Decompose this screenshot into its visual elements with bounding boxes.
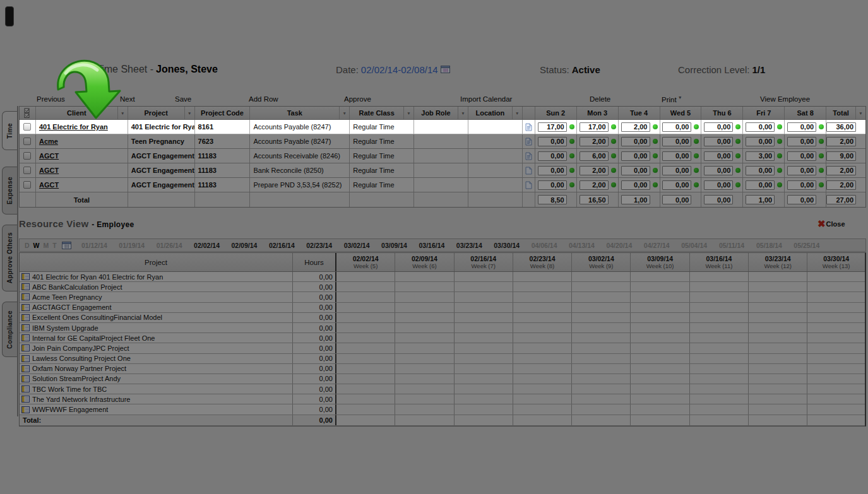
date-strip-item[interactable]: 02/16/14 — [263, 242, 300, 249]
resource-row[interactable]: IBM System Upgrade0,00 — [20, 323, 865, 333]
date-value[interactable]: 02/02/14-02/08/14 — [361, 64, 438, 75]
day-hours-input[interactable]: 0,00 — [662, 166, 691, 175]
save-button[interactable]: Save — [175, 95, 191, 103]
note-icon[interactable] — [525, 123, 532, 131]
tab-expense[interactable]: Expense — [2, 167, 17, 215]
day-hours-input[interactable]: 0,00 — [704, 137, 733, 146]
resource-row[interactable]: Solution StreamProject Andy0,00 — [20, 374, 865, 384]
row-checkbox[interactable] — [23, 167, 31, 174]
resource-row[interactable]: 401 Electric for Ryan 401 Electric for R… — [20, 272, 865, 282]
day-hours-input[interactable]: 0,00 — [538, 137, 567, 146]
day-hours-input[interactable]: 2,00 — [621, 122, 650, 132]
calendar-icon[interactable] — [441, 64, 450, 75]
date-strip-item[interactable]: 04/20/14 — [600, 242, 638, 249]
day-hours-input[interactable]: 17,00 — [538, 122, 567, 132]
day-hours-input[interactable]: 6,00 — [580, 151, 609, 161]
client-link[interactable]: 401 Electric for Ryan — [39, 123, 108, 131]
day-hours-input[interactable]: 0,00 — [662, 180, 691, 190]
note-icon[interactable] — [525, 138, 532, 146]
filter-icon[interactable]: ▼ — [855, 107, 865, 119]
delete-button[interactable]: Delete — [590, 95, 610, 103]
day-hours-input[interactable]: 17,00 — [580, 122, 609, 132]
resource-row[interactable]: Oxfam Norway Partner Project0,00 — [20, 364, 865, 374]
date-strip-item[interactable]: 04/27/14 — [638, 242, 675, 249]
view-employee-button[interactable]: View Employee — [760, 95, 810, 103]
print-dropdown-icon[interactable]: ▼ — [678, 95, 682, 100]
resource-row[interactable]: The Yard Network Infrastructure0,00 — [20, 394, 865, 404]
client-link[interactable]: AGCT — [39, 181, 59, 189]
filter-icon[interactable]: ▼ — [458, 107, 468, 119]
day-hours-input[interactable]: 0,00 — [538, 166, 567, 175]
resource-row[interactable]: AGCTAGCT Engagement0,00 — [20, 303, 865, 313]
tab-time[interactable]: Time — [2, 111, 17, 150]
resource-row[interactable]: Excellent Ones ConsultingFinancial Model… — [20, 313, 865, 323]
mode-total-button[interactable]: T — [52, 242, 56, 249]
day-hours-input[interactable]: 2,00 — [580, 166, 609, 175]
mode-day-button[interactable]: D — [25, 242, 30, 249]
date-strip-item[interactable]: 02/23/14 — [300, 242, 338, 249]
row-checkbox[interactable] — [23, 152, 31, 160]
day-hours-input[interactable]: 0,00 — [746, 122, 775, 132]
day-hours-input[interactable]: 0,00 — [662, 151, 691, 161]
filter-icon[interactable]: ▼ — [512, 107, 522, 119]
day-hours-input[interactable]: 0,00 — [621, 151, 650, 161]
resource-row[interactable]: Internal for GE CapitalProject Fleet One… — [20, 333, 865, 343]
note-icon[interactable] — [525, 181, 532, 189]
day-hours-input[interactable]: 2,00 — [580, 180, 609, 190]
date-strip-item[interactable]: 01/12/14 — [76, 242, 113, 249]
day-hours-input[interactable]: 0,00 — [704, 122, 733, 132]
date-strip-item[interactable]: 01/26/14 — [150, 242, 187, 249]
resource-row[interactable]: ABC BankCalculation Project0,00 — [20, 282, 865, 292]
date-strip-item[interactable]: 04/06/14 — [525, 242, 562, 249]
mode-week-button[interactable]: W — [33, 242, 40, 249]
close-button[interactable]: ✖ Close — [817, 219, 845, 228]
date-strip-item[interactable]: 05/25/14 — [788, 242, 825, 249]
row-checkbox[interactable] — [23, 181, 31, 189]
filter-icon[interactable]: ▼ — [403, 107, 413, 119]
date-strip-item[interactable]: 03/23/14 — [451, 242, 488, 249]
day-hours-input[interactable]: 2,00 — [580, 137, 609, 146]
filter-icon[interactable]: ▼ — [117, 107, 128, 119]
day-hours-input[interactable]: 0,00 — [787, 180, 816, 190]
date-strip-item[interactable]: 02/02/14 — [188, 242, 225, 249]
add-row-button[interactable]: Add Row — [249, 95, 278, 103]
client-link[interactable]: AGCT — [39, 167, 59, 174]
day-hours-input[interactable]: 0,00 — [704, 151, 733, 161]
approve-button[interactable]: Approve — [344, 95, 371, 103]
day-hours-input[interactable]: 3,00 — [746, 151, 775, 161]
next-button[interactable]: Next — [120, 95, 135, 103]
select-all-checkbox[interactable] — [20, 107, 36, 119]
date-strip-item[interactable]: 04/13/14 — [563, 242, 600, 249]
row-checkbox[interactable] — [23, 138, 31, 145]
day-hours-input[interactable]: 0,00 — [662, 137, 691, 146]
day-hours-input[interactable]: 0,00 — [787, 137, 816, 146]
date-strip-item[interactable]: 01/19/14 — [113, 242, 150, 249]
import-calendar-button[interactable]: Import Calendar — [460, 95, 512, 103]
note-icon[interactable] — [525, 167, 532, 175]
mode-month-button[interactable]: M — [44, 242, 49, 249]
day-hours-input[interactable]: 0,00 — [787, 166, 816, 175]
date-strip-item[interactable]: 05/04/14 — [675, 242, 713, 249]
resource-row[interactable]: WWFWWF Engagement0,00 — [20, 404, 865, 415]
resource-row[interactable]: TBC Work Time for TBC0,00 — [20, 384, 865, 394]
date-strip-item[interactable]: 03/09/14 — [376, 242, 413, 249]
day-hours-input[interactable]: 0,00 — [746, 137, 775, 146]
day-hours-input[interactable]: 0,00 — [621, 180, 650, 190]
day-hours-input[interactable]: 0,00 — [662, 122, 691, 132]
day-hours-input[interactable]: 0,00 — [538, 180, 567, 190]
resource-row[interactable]: Acme Teen Pregnancy0,00 — [20, 292, 865, 302]
row-checkbox[interactable] — [23, 123, 31, 131]
day-hours-input[interactable]: 0,00 — [704, 180, 733, 190]
resource-row[interactable]: Join Pain CompanyJPC Project0,00 — [20, 343, 865, 353]
print-button[interactable]: Print▼ — [662, 95, 682, 103]
client-link[interactable]: AGCT — [39, 152, 59, 160]
date-strip-item[interactable]: 03/16/14 — [413, 242, 450, 249]
day-hours-input[interactable]: 0,00 — [746, 180, 775, 190]
previous-button[interactable]: Previous — [37, 95, 65, 103]
day-hours-input[interactable]: 0,00 — [538, 151, 567, 161]
date-strip-item[interactable]: 02/09/14 — [225, 242, 263, 249]
date-strip-item[interactable]: 05/11/14 — [713, 242, 750, 249]
date-strip-item[interactable]: 03/30/14 — [488, 242, 525, 249]
resource-row[interactable]: Lawless Consulting Project One0,00 — [20, 354, 865, 364]
date-strip-item[interactable]: 03/02/14 — [338, 242, 375, 249]
